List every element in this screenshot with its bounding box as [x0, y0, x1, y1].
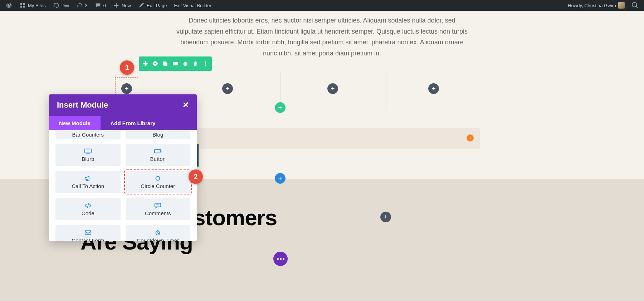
module-call-to-action[interactable]: Call To Action: [55, 171, 121, 193]
add-module-col3[interactable]: +: [327, 83, 338, 94]
updates-count: 3: [85, 3, 88, 8]
my-sites[interactable]: My Sites: [16, 0, 49, 11]
module-toolbar: [139, 56, 212, 71]
column-divider: [386, 71, 386, 109]
module-button[interactable]: Button: [126, 144, 191, 166]
adminbar-search[interactable]: [629, 0, 641, 11]
edit-page[interactable]: Edit Page: [135, 0, 170, 11]
updates[interactable]: 3: [74, 0, 91, 11]
callout-2: 2: [189, 169, 203, 184]
comments[interactable]: 0: [92, 0, 109, 11]
add-section-inline[interactable]: +: [467, 134, 474, 142]
user-avatar: [618, 2, 625, 9]
popover-header: Insert Module ✕: [49, 94, 197, 116]
svg-rect-5: [155, 149, 161, 153]
close-icon[interactable]: ✕: [182, 100, 189, 110]
wp-logo[interactable]: [3, 0, 15, 11]
edit-page-label: Edit Page: [147, 3, 167, 8]
network-icon: [19, 2, 26, 9]
comment-icon: [95, 2, 101, 9]
svg-point-1: [205, 61, 206, 63]
module-circle-counter[interactable]: Circle Counter: [126, 171, 191, 193]
svg-rect-11: [85, 231, 91, 235]
pencil-icon: [138, 2, 145, 9]
svg-point-10: [158, 204, 159, 205]
svg-point-8: [157, 204, 157, 205]
svg-point-2: [205, 63, 206, 64]
popover-title: Insert Module: [57, 100, 108, 110]
site-divi[interactable]: Divi: [50, 0, 72, 11]
power-button[interactable]: [180, 59, 190, 69]
wordpress-icon: [6, 2, 12, 9]
button-icon: [154, 148, 162, 154]
howdy-label: Howdy, Christina Gwira: [568, 3, 616, 8]
megaphone-icon: [84, 175, 92, 182]
exit-vb-label: Exit Visual Builder: [174, 3, 211, 8]
module-blurb[interactable]: Blurb: [55, 144, 121, 166]
blurb-icon: [84, 148, 92, 154]
svg-point-9: [157, 204, 158, 205]
popover-tabs: New Module Add From Library: [49, 116, 197, 130]
howdy-user[interactable]: Howdy, Christina Gwira: [565, 0, 628, 11]
duplicate-button[interactable]: [160, 59, 170, 69]
code-icon: [84, 202, 92, 209]
popover-body: Bar Counters Blog Blurb Button Call To A…: [49, 130, 197, 241]
module-code[interactable]: Code: [55, 198, 121, 220]
module-contact-form[interactable]: Contact Form: [55, 225, 121, 241]
module-blog[interactable]: Blog: [126, 130, 191, 139]
columns-button[interactable]: [170, 59, 180, 69]
tab-new-module[interactable]: New Module: [49, 116, 101, 130]
search-icon: [632, 2, 638, 9]
module-bar-counters[interactable]: Bar Counters: [55, 130, 121, 139]
add-module-col2[interactable]: +: [222, 83, 233, 94]
dashboard-icon: [53, 2, 59, 9]
more-button[interactable]: [200, 59, 210, 69]
add-module-col1[interactable]: +: [121, 83, 132, 94]
settings-button[interactable]: [150, 59, 160, 69]
delete-button[interactable]: [190, 59, 200, 69]
add-module-col4[interactable]: +: [428, 83, 439, 94]
module-comments[interactable]: Comments: [126, 198, 191, 220]
exit-visual-builder[interactable]: Exit Visual Builder: [171, 0, 214, 11]
add-section-button[interactable]: +: [275, 173, 286, 184]
builder-fab[interactable]: [273, 252, 288, 266]
site-divi-label: Divi: [62, 3, 69, 8]
envelope-icon: [84, 230, 92, 236]
insert-module-popover: Insert Module ✕ New Module Add From Libr…: [49, 94, 197, 241]
plus-icon: [113, 2, 119, 9]
wp-admin-bar: My Sites Divi 3 0 New: [0, 0, 644, 11]
hero-paragraph: Donec ultricies lobortis eros, nec aucto…: [175, 15, 469, 59]
new-content[interactable]: New: [110, 0, 134, 11]
move-button[interactable]: [140, 59, 150, 69]
add-module-lower[interactable]: +: [380, 212, 391, 222]
clock-icon: [154, 230, 162, 236]
update-icon: [77, 2, 83, 9]
circle-counter-icon: [154, 175, 162, 182]
heading-partial-top: stomers: [193, 206, 277, 229]
tab-add-from-library[interactable]: Add From Library: [101, 116, 197, 130]
comments-icon: [154, 202, 162, 209]
callout-1: 1: [120, 60, 134, 75]
module-countdown-timer[interactable]: Countdown Timer: [126, 225, 191, 241]
svg-point-3: [205, 65, 206, 66]
new-label: New: [122, 3, 131, 8]
add-row-button[interactable]: +: [275, 102, 286, 113]
my-sites-label: My Sites: [28, 3, 46, 8]
svg-rect-4: [85, 149, 91, 153]
comments-count: 0: [103, 3, 106, 8]
